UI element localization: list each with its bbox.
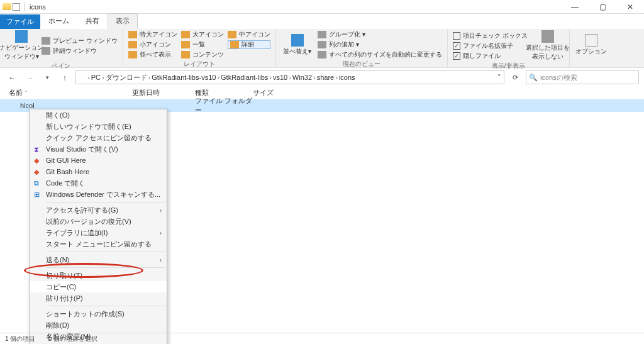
ctx-send-to[interactable]: 送る(N)› (30, 254, 167, 265)
layout-m-icons[interactable]: 中アイコン (228, 30, 270, 39)
layout-tiles[interactable]: 並べて表示 (128, 50, 177, 59)
column-header-date[interactable]: 更新日時 (132, 88, 195, 97)
file-extensions-toggle[interactable]: ファイル名拡張子 (453, 42, 528, 50)
search-placeholder: iconsの検索 (540, 73, 577, 82)
crumb[interactable]: PC (91, 74, 101, 81)
ctx-restore-versions[interactable]: 以前のバージョンの復元(V) (30, 216, 167, 227)
maximize-button[interactable]: ▢ (589, 0, 616, 14)
item-checkboxes-toggle[interactable]: 項目チェック ボックス (453, 31, 528, 40)
ctx-cut[interactable]: 切り取り(T) (30, 270, 167, 281)
ctx-paste[interactable]: 貼り付け(P) (30, 292, 167, 304)
ctx-defender-scan[interactable]: ⊞Windows Defender でスキャンする... (30, 189, 167, 200)
layout-list[interactable]: 一覧 (181, 40, 224, 49)
ribbon: ナビゲーション ウィンドウ▾ プレビュー ウィンドウ 詳細ウィンドウ ペイン 特… (0, 29, 644, 68)
sort-by-button[interactable]: 並べ替え▾ (281, 30, 314, 59)
file-type: ファイル フォルダー (195, 96, 253, 115)
navigation-pane-button[interactable]: ナビゲーション ウィンドウ▾ (5, 30, 38, 61)
crumb[interactable]: share (317, 74, 335, 81)
shield-icon: ⊞ (32, 190, 41, 199)
column-header-name[interactable]: 名前 ˄ (0, 88, 132, 97)
crumb[interactable]: ダウンロード (106, 73, 147, 82)
add-columns-button[interactable]: 列の追加 ▾ (318, 40, 442, 49)
column-header-size[interactable]: サイズ (253, 88, 291, 97)
hide-selected-button[interactable]: 選択した項目を 表示しない (531, 30, 564, 61)
ctx-copy[interactable]: コピー(C) (30, 281, 167, 292)
nav-history-button[interactable]: ▾ (40, 70, 54, 84)
ribbon-group-label: レイアウト (128, 59, 270, 69)
ctx-delete[interactable]: 削除(D) (30, 319, 167, 331)
preview-pane-button[interactable]: プレビュー ウィンドウ (42, 36, 118, 45)
ctx-open-visual-studio[interactable]: ⧗Visual Studio で開く(V) (30, 143, 167, 155)
layout-contents[interactable]: コンテンツ (181, 50, 224, 59)
options-button[interactable]: オプション (575, 30, 608, 59)
crumb[interactable]: Win32 (292, 74, 312, 81)
tab-file[interactable]: ファイル (0, 14, 40, 29)
tab-share[interactable]: 共有 (77, 13, 108, 29)
git-icon: ◆ (32, 156, 41, 165)
refresh-button[interactable]: ⟳ (508, 70, 522, 84)
ribbon-group-label: 現在のビュー (281, 59, 442, 69)
nav-up-button[interactable]: ↑ (58, 70, 72, 84)
folder-icon (9, 103, 18, 109)
crumb[interactable]: vs10 (273, 74, 287, 81)
status-selected-count: 1 個の項目を選択 (48, 335, 97, 343)
crumb[interactable]: GtkRadiant-libs-vs10 (152, 74, 216, 81)
status-item-count: 1 個の項目 (5, 335, 35, 343)
ribbon-group-options: オプション (570, 29, 613, 67)
close-button[interactable]: ✕ (616, 0, 644, 14)
address-bar-row: ← → ▾ ↑ › PC› ダウンロード› GtkRadiant-libs-vs… (0, 68, 644, 87)
layout-details[interactable]: 詳細 (228, 40, 270, 49)
column-headers: 名前 ˄ 更新日時 種類 サイズ (0, 87, 644, 99)
hidden-items-toggle[interactable]: 隠しファイル (453, 52, 528, 60)
ctx-grant-access[interactable]: アクセスを許可する(G)› (30, 204, 167, 216)
ctx-create-shortcut[interactable]: ショートカットの作成(S) (30, 308, 167, 319)
status-bar: 1 個の項目 1 個の項目を選択 (0, 333, 644, 344)
window-title: icons (30, 3, 46, 11)
nav-forward-button[interactable]: → (23, 70, 36, 84)
ctx-git-gui[interactable]: ◆Git GUI Here (30, 155, 167, 166)
ribbon-group-panes: ナビゲーション ウィンドウ▾ プレビュー ウィンドウ 詳細ウィンドウ ペイン (0, 29, 123, 67)
vscode-icon: ⧉ (32, 179, 41, 187)
breadcrumb[interactable]: › PC› ダウンロード› GtkRadiant-libs-vs10› GtkR… (75, 70, 504, 84)
ribbon-group-layout: 特大アイコン 小アイコン 並べて表示 大アイコン 一覧 コンテンツ 中アイコン … (123, 29, 276, 67)
ctx-open-code[interactable]: ⧉Code で開く (30, 177, 167, 189)
minimize-button[interactable]: — (561, 0, 589, 14)
ctx-pin-quick-access[interactable]: クイック アクセスにピン留めする (30, 132, 167, 143)
group-by-button[interactable]: グループ化 ▾ (318, 30, 442, 39)
crumb[interactable]: icons (339, 74, 355, 81)
ribbon-group-show-hide: 項目チェック ボックス ファイル名拡張子 隠しファイル 選択した項目を 表示しな… (448, 29, 570, 67)
context-menu: 開く(O) 新しいウィンドウで開く(E) クイック アクセスにピン留めする ⧗V… (29, 109, 167, 344)
ribbon-group-label: ペイン (5, 61, 118, 71)
quick-access-toolbar-icon[interactable] (13, 3, 20, 11)
details-pane-button[interactable]: 詳細ウィンドウ (42, 47, 118, 55)
size-all-columns-button[interactable]: すべての列のサイズを自動的に変更する (318, 50, 442, 59)
ribbon-tabs: ファイル ホーム 共有 表示 (0, 14, 644, 29)
ctx-git-bash[interactable]: ◆Git Bash Here (30, 166, 167, 177)
ctx-add-library[interactable]: ライブラリに追加(I)› (30, 227, 167, 238)
search-input[interactable]: 🔍 iconsの検索 (526, 70, 639, 84)
layout-xl-icons[interactable]: 特大アイコン (128, 30, 177, 39)
tab-view[interactable]: 表示 (108, 13, 138, 29)
search-icon: 🔍 (529, 74, 538, 82)
nav-back-button[interactable]: ← (5, 70, 19, 84)
layout-l-icons[interactable]: 大アイコン (181, 30, 224, 39)
ctx-open-new-window[interactable]: 新しいウィンドウで開く(E) (30, 121, 167, 132)
layout-s-icons[interactable]: 小アイコン (128, 40, 177, 49)
ctx-open[interactable]: 開く(O) (30, 109, 167, 121)
title-bar: icons — ▢ ✕ (0, 0, 644, 14)
app-folder-icon (3, 3, 11, 10)
ribbon-group-current-view: 並べ替え▾ グループ化 ▾ 列の追加 ▾ すべての列のサイズを自動的に変更する … (276, 29, 448, 67)
tab-home[interactable]: ホーム (40, 13, 77, 29)
crumb[interactable]: GtkRadiant-libs (221, 74, 268, 81)
visual-studio-icon: ⧗ (32, 145, 41, 153)
ctx-pin-start[interactable]: スタート メニューにピン留めする (30, 238, 167, 250)
git-icon: ◆ (32, 167, 41, 176)
ribbon-group-label: 表示/非表示 (453, 61, 564, 71)
